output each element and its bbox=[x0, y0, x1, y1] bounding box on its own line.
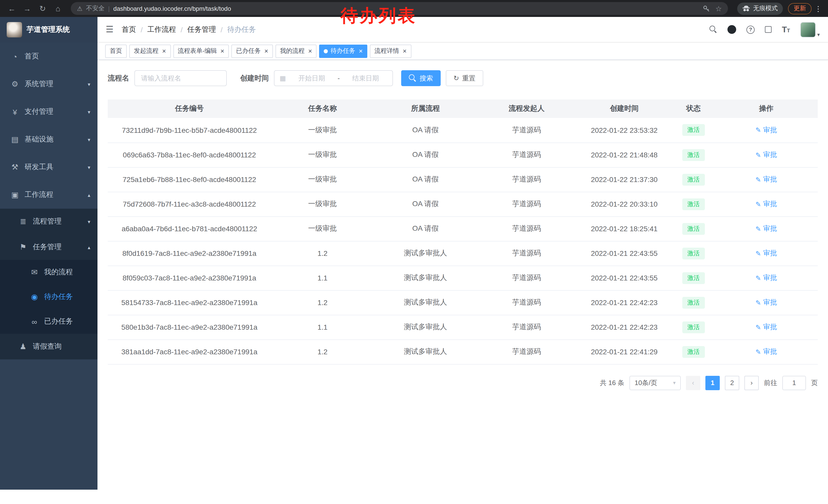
breadcrumb-home[interactable]: 首页 bbox=[122, 25, 136, 34]
sidebar-item-task-management[interactable]: ⚑ 任务管理 ▴ bbox=[0, 234, 97, 260]
approve-link[interactable]: ✎ 审批 bbox=[755, 273, 777, 282]
approve-link[interactable]: ✎ 审批 bbox=[755, 175, 777, 184]
font-size-small: T bbox=[787, 28, 790, 33]
cell-actions: ✎ 审批 bbox=[715, 118, 818, 142]
navbar: ☰ 首页 / 工作流程 / 任务管理 / 待办任务 ? TT bbox=[97, 17, 828, 43]
sidebar-item-home[interactable]: ◔ 首页 bbox=[0, 43, 97, 70]
approve-link[interactable]: ✎ 审批 bbox=[755, 224, 777, 233]
key-icon[interactable] bbox=[703, 5, 710, 12]
sidebar-toggle-icon[interactable]: ☰ bbox=[106, 24, 114, 35]
browser-menu-icon[interactable]: ⋮ bbox=[814, 4, 823, 12]
cell-task-id: 73211d9d-7b9b-11ec-b5b7-acde48001122 bbox=[108, 118, 271, 142]
cell-task-name: 1.2 bbox=[271, 290, 374, 315]
cell-task-name: 一级审批 bbox=[271, 192, 374, 216]
monitor-icon: ▤ bbox=[10, 135, 19, 144]
sidebar-item-my-process[interactable]: ✉ 我的流程 bbox=[0, 260, 97, 284]
date-range-picker[interactable]: ▦ 开始日期 - 结束日期 bbox=[274, 70, 393, 86]
sidebar-item-infrastructure[interactable]: ▤ 基础设施 ▾ bbox=[0, 126, 97, 153]
approve-link[interactable]: ✎ 审批 bbox=[755, 199, 777, 209]
annotation-todo-list: 待办列表 bbox=[341, 4, 417, 28]
approve-label: 审批 bbox=[763, 224, 777, 233]
page-size-select[interactable]: 10条/页 ▾ bbox=[629, 375, 681, 390]
breadcrumb-separator: / bbox=[220, 26, 223, 34]
sidebar-item-process-management[interactable]: ≣ 流程管理 ▾ bbox=[0, 209, 97, 234]
tab-6[interactable]: 流程详情× bbox=[370, 44, 411, 58]
chevron-down-icon: ▾ bbox=[88, 164, 90, 170]
browser-back-icon[interactable]: ← bbox=[5, 2, 18, 15]
breadcrumb: 首页 / 工作流程 / 任务管理 / 待办任务 bbox=[122, 25, 256, 34]
status-badge: 激活 bbox=[682, 223, 705, 235]
tab-close-icon[interactable]: × bbox=[162, 48, 166, 54]
avatar[interactable] bbox=[800, 22, 816, 37]
breadcrumb-separator: / bbox=[180, 26, 182, 34]
sidebar-item-done-task[interactable]: ∞ 已办任务 bbox=[0, 309, 97, 334]
cell-created: 2022-01-22 23:53:32 bbox=[576, 118, 672, 142]
cell-created: 2022-01-22 21:37:30 bbox=[576, 167, 672, 192]
tab-close-icon[interactable]: × bbox=[220, 48, 224, 54]
tab-2[interactable]: 流程表单-编辑× bbox=[173, 44, 229, 58]
cell-created: 2022-01-21 22:42:23 bbox=[576, 290, 672, 315]
url-text[interactable]: dashboard.yudao.iocoder.cn/bpm/task/todo bbox=[113, 5, 231, 12]
cell-initiator: 芋道源码 bbox=[477, 241, 576, 266]
user-menu[interactable]: ▾ bbox=[800, 22, 820, 37]
approve-link[interactable]: ✎ 审批 bbox=[755, 249, 777, 258]
col-initiator: 流程发起人 bbox=[477, 99, 576, 118]
prev-page-button[interactable]: ‹ bbox=[686, 375, 700, 390]
tab-close-icon[interactable]: × bbox=[308, 48, 312, 54]
browser-update-button[interactable]: 更新 bbox=[788, 3, 812, 14]
sidebar-item-todo-task[interactable]: ◉ 待办任务 bbox=[0, 284, 97, 309]
process-name-input[interactable] bbox=[134, 70, 227, 86]
tab-close-icon[interactable]: × bbox=[403, 48, 407, 54]
tab-4[interactable]: 我的流程× bbox=[276, 44, 317, 58]
search-button[interactable]: 搜索 bbox=[401, 70, 441, 86]
browser-reload-icon[interactable]: ↻ bbox=[36, 2, 49, 15]
cell-status: 激活 bbox=[672, 339, 715, 364]
goto-page-input[interactable] bbox=[782, 375, 806, 390]
page-button-2[interactable]: 2 bbox=[725, 375, 739, 390]
help-icon[interactable]: ? bbox=[746, 26, 755, 34]
approve-link[interactable]: ✎ 审批 bbox=[755, 347, 777, 356]
table-row: 725a1eb6-7b88-11ec-8ef0-acde48001122 一级审… bbox=[108, 167, 818, 192]
cell-initiator: 芋道源码 bbox=[477, 216, 576, 241]
approve-label: 审批 bbox=[763, 249, 777, 258]
tab-5[interactable]: 待办任务× bbox=[319, 44, 367, 58]
breadcrumb-workflow[interactable]: 工作流程 bbox=[147, 25, 176, 34]
approve-link[interactable]: ✎ 审批 bbox=[755, 298, 777, 307]
font-size-icon[interactable]: TT bbox=[782, 25, 790, 34]
approve-label: 审批 bbox=[763, 175, 777, 184]
browser-forward-icon[interactable]: → bbox=[20, 2, 34, 15]
sidebar-item-leave-query[interactable]: ♟ 请假查询 bbox=[0, 334, 97, 359]
chevron-up-icon: ▴ bbox=[88, 192, 90, 198]
browser-home-icon[interactable]: ⌂ bbox=[51, 2, 65, 15]
bookmark-star-icon[interactable]: ☆ bbox=[715, 4, 722, 12]
page-button-1[interactable]: 1 bbox=[705, 375, 720, 390]
github-icon[interactable] bbox=[728, 25, 736, 34]
refresh-icon: ↻ bbox=[454, 74, 459, 82]
tab-close-icon[interactable]: × bbox=[264, 48, 268, 54]
search-icon[interactable] bbox=[709, 26, 717, 33]
cell-task-name: 1.1 bbox=[271, 315, 374, 339]
sidebar-item-payment[interactable]: ¥ 支付管理 ▾ bbox=[0, 98, 97, 126]
tab-close-icon[interactable]: × bbox=[359, 48, 363, 54]
tab-1[interactable]: 发起流程× bbox=[129, 44, 171, 58]
next-page-button[interactable]: › bbox=[744, 375, 759, 390]
end-date-placeholder: 结束日期 bbox=[344, 74, 387, 83]
sidebar-item-devtools[interactable]: ⚒ 研发工具 ▾ bbox=[0, 153, 97, 181]
approve-link[interactable]: ✎ 审批 bbox=[755, 150, 777, 159]
incognito-label: 无痕模式 bbox=[753, 4, 778, 13]
not-secure-label[interactable]: 不安全 bbox=[86, 4, 105, 13]
approve-link[interactable]: ✎ 审批 bbox=[755, 126, 777, 135]
sidebar-item-label: 请假查询 bbox=[33, 342, 61, 351]
sidebar-item-workflow[interactable]: ▣ 工作流程 ▴ bbox=[0, 181, 97, 209]
reset-button[interactable]: ↻ 重置 bbox=[446, 70, 483, 86]
approve-label: 审批 bbox=[763, 126, 777, 135]
tab-0[interactable]: 首页 bbox=[105, 44, 127, 58]
tab-3[interactable]: 已办任务× bbox=[232, 44, 273, 58]
approve-link[interactable]: ✎ 审批 bbox=[755, 322, 777, 332]
cell-created: 2022-01-22 21:48:48 bbox=[576, 142, 672, 167]
app-logo[interactable]: 芋道管理系统 bbox=[0, 17, 97, 43]
fullscreen-icon[interactable] bbox=[765, 26, 772, 33]
eye-icon: ◉ bbox=[30, 292, 39, 302]
breadcrumb-task-management[interactable]: 任务管理 bbox=[187, 25, 216, 34]
sidebar-item-system[interactable]: ⚙ 系统管理 ▾ bbox=[0, 70, 97, 98]
